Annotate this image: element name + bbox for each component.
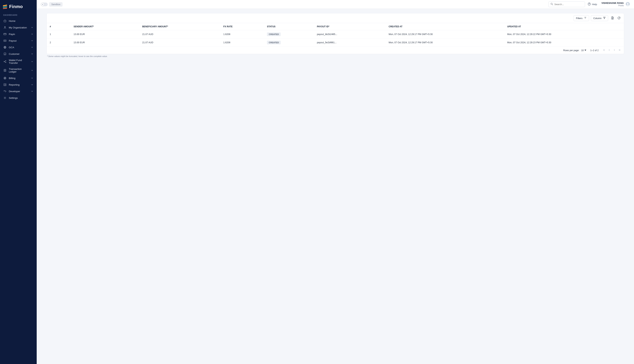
brand-name: Finmo <box>9 4 23 9</box>
chevron-down-icon <box>31 77 33 79</box>
cell-status: CREATED <box>265 38 315 47</box>
svg-point-16 <box>589 4 589 5</box>
svg-rect-2 <box>4 40 6 42</box>
column-label: Column <box>593 17 601 20</box>
avatar-icon <box>625 2 630 7</box>
chevron-down-icon <box>31 69 33 72</box>
cell-fx-rate: 1.6208 <box>221 30 265 38</box>
content-area: Filters Column <box>37 9 634 364</box>
sidebar-item-label: Settings <box>9 96 33 99</box>
cell-fx-rate: 1.6208 <box>221 38 265 47</box>
chevron-first-icon <box>603 48 605 52</box>
status-badge: CREATED <box>267 32 281 36</box>
user-name: VISHESHANK RANA <box>601 2 624 4</box>
page-first-button[interactable] <box>603 48 605 52</box>
th-num[interactable]: # <box>47 23 72 30</box>
chevron-left-icon <box>608 48 611 52</box>
pagination: Rows per page: 10 1–2 of 2 <box>47 47 624 54</box>
svg-point-14 <box>551 3 552 4</box>
th-beneficiary[interactable]: BENEFICIARY AMOUNT* <box>140 23 221 30</box>
th-created[interactable]: CREATED AT <box>387 23 505 30</box>
svg-rect-5 <box>4 53 6 55</box>
sandbox-chip: Sandbox <box>49 2 63 6</box>
cell-sender-amount: 13.00 EUR <box>72 30 140 38</box>
cell-created-at: Mon, 07 Oct 2024, 12:29:17 PM GMT+5:30 <box>387 38 505 47</box>
help-label: Help <box>592 3 597 6</box>
th-sender[interactable]: SENDER AMOUNT* <box>72 23 140 30</box>
sidebar-item-label: Transaction Ledger <box>9 68 29 73</box>
chevron-down-icon <box>31 52 33 55</box>
sidebar-item-customer[interactable]: Customer <box>0 50 37 57</box>
page-next-button[interactable] <box>613 48 616 52</box>
sidebar-item-my-organization[interactable]: My Organization <box>0 24 37 31</box>
sidebar-item-label: My Organization <box>9 26 29 29</box>
search-box[interactable] <box>548 2 585 7</box>
sidebar-item-label: Billing <box>9 77 29 80</box>
billing-icon <box>3 76 7 80</box>
search-input[interactable] <box>554 3 583 6</box>
sidebar-item-wallet-fund-transfer[interactable]: Wallet Fund Transfer <box>0 57 37 66</box>
svg-point-0 <box>5 26 5 27</box>
sidebar-item-label: Payin <box>9 33 29 36</box>
sidebar-item-billing[interactable]: Billing <box>0 75 37 82</box>
table-body: 113.00 EUR21.07 AUD1.6208CREATEDpayout_b… <box>47 30 624 47</box>
filters-button[interactable]: Filters <box>574 15 589 21</box>
sidebar-item-payin[interactable]: Payin <box>0 31 37 38</box>
chevron-down-icon <box>31 33 33 35</box>
sidebar: Finmo DASHBOARD HomeMy OrganizationPayin… <box>0 0 37 364</box>
help-icon <box>587 2 591 6</box>
th-updated[interactable]: UPDATED AT <box>505 23 624 30</box>
sidebar-nav: HomeMy OrganizationPayinPayoutGCACustome… <box>0 18 37 101</box>
payout-card: Filters Column <box>47 13 624 54</box>
cell-updated-at: Mon, 07 Oct 2024, 12:29:22 PM GMT+5:30 <box>505 30 624 38</box>
sidebar-item-transaction-ledger[interactable]: Transaction Ledger <box>0 66 37 75</box>
sidebar-item-settings[interactable]: Settings <box>0 94 37 101</box>
topbar: Sandbox Help VISHESHANK RANA Pixels <box>37 0 634 9</box>
table-row[interactable]: 113.00 EUR21.07 AUD1.6208CREATEDpayout_b… <box>47 30 624 38</box>
card-icon <box>3 32 7 36</box>
svg-point-7 <box>6 60 6 61</box>
ledger-icon <box>3 69 7 72</box>
chevron-down-icon <box>31 26 33 29</box>
cell-sender-amount: 13.00 EUR <box>72 38 140 47</box>
brand-logo[interactable]: Finmo <box>0 0 37 14</box>
sidebar-item-home[interactable]: Home <box>0 18 37 24</box>
status-badge: CREATED <box>267 41 281 44</box>
sidebar-item-gca[interactable]: GCA <box>0 44 37 50</box>
org-icon <box>3 26 7 29</box>
sidebar-item-label: Payout <box>9 40 29 42</box>
table-header-row: # SENDER AMOUNT* BENEFICIARY AMOUNT* FX … <box>47 23 624 30</box>
refresh-icon <box>617 16 620 20</box>
help-button[interactable]: Help <box>587 2 597 6</box>
sidebar-item-payout[interactable]: Payout <box>0 38 37 44</box>
sidebar-item-developer[interactable]: Developer <box>0 88 37 94</box>
column-button[interactable]: Column <box>591 15 608 21</box>
cell-beneficiary-amount: 21.07 AUD <box>140 30 221 38</box>
th-payout-id[interactable]: PAYOUT ID* <box>315 23 387 30</box>
table-row[interactable]: 213.00 EUR21.07 AUD1.6208CREATEDpayout_5… <box>47 38 624 47</box>
user-menu[interactable]: VISHESHANK RANA Pixels <box>601 2 630 7</box>
svg-point-3 <box>5 40 5 41</box>
globe-icon <box>3 46 7 49</box>
payout-table: # SENDER AMOUNT* BENEFICIARY AMOUNT* FX … <box>47 23 624 47</box>
caret-down-icon <box>584 49 586 52</box>
cell-num: 1 <box>47 30 72 38</box>
sidebar-item-label: Home <box>9 20 33 22</box>
settings-icon <box>3 96 7 100</box>
truncation-footnote: * Some values might be truncated, hover … <box>47 54 624 57</box>
refresh-button[interactable] <box>616 16 621 20</box>
report-icon <box>3 83 7 86</box>
th-fx[interactable]: FX RATE <box>221 23 265 30</box>
sandbox-toggle[interactable] <box>41 2 48 6</box>
chevron-last-icon <box>618 48 621 52</box>
svg-point-6 <box>4 62 5 62</box>
page-last-button[interactable] <box>618 48 621 52</box>
page-prev-button[interactable] <box>608 48 611 52</box>
sidebar-item-reporting[interactable]: Reporting <box>0 82 37 88</box>
svg-point-12 <box>4 90 5 91</box>
pagination-range: 1–2 of 2 <box>590 49 598 52</box>
chevron-down-icon <box>31 46 33 48</box>
rows-per-page-select[interactable]: 10 <box>581 49 586 52</box>
export-button[interactable] <box>610 16 615 20</box>
th-status[interactable]: STATUS <box>265 23 315 30</box>
